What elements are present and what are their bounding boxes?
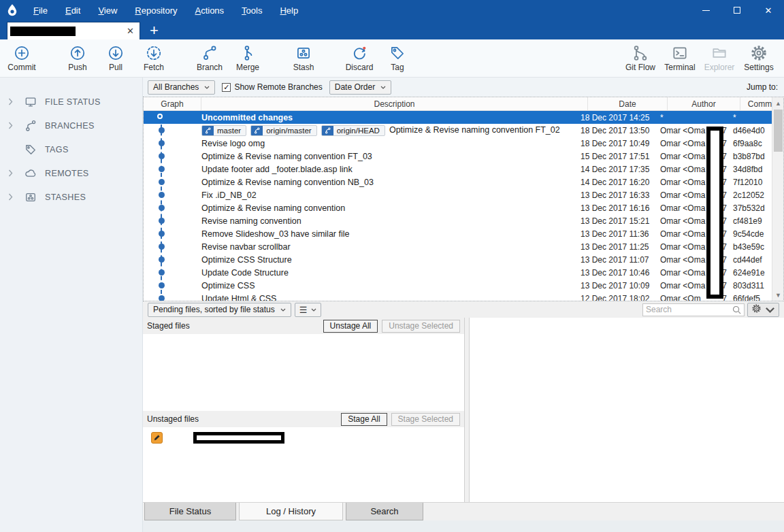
pending-files-bar: Pending files, sorted by file status ☰ — [143, 301, 784, 318]
chevron-right-icon[interactable] — [8, 122, 19, 129]
sidebar-item-branches[interactable]: BRANCHES — [0, 114, 142, 137]
column-header-description[interactable]: Description — [201, 97, 588, 110]
commit-row[interactable]: Update Code Structure13 Dec 2017 10:46Om… — [144, 266, 772, 279]
commit-row[interactable]: Optimize CSS13 Dec 2017 10:09Omar <Oma78… — [144, 279, 772, 292]
description-cell: Revise naming convention — [201, 216, 576, 226]
pending-sort-dropdown[interactable]: Pending files, sorted by file status — [148, 303, 291, 317]
sidebar-item-stashes[interactable]: STASHES — [0, 185, 142, 209]
branch-filter-dropdown[interactable]: All Branches — [148, 80, 215, 95]
commit-row[interactable]: Revise logo omg18 Dec 2017 10:49Omar <Om… — [144, 137, 772, 150]
commit-row[interactable]: Revise naming convention13 Dec 2017 15:2… — [144, 214, 772, 227]
window-controls: ✕ — [690, 0, 784, 20]
new-tab-button[interactable]: + — [150, 24, 159, 37]
tab-log-history[interactable]: Log / History — [239, 503, 343, 520]
merge-icon — [239, 44, 257, 62]
staged-files-list[interactable] — [143, 334, 464, 411]
log-scrollbar[interactable]: ▲ ▼ — [772, 97, 783, 301]
menu-item-help[interactable]: Help — [272, 3, 306, 18]
commit-row[interactable]: Revise navbar scrollbar13 Dec 2017 11:25… — [144, 240, 772, 253]
repo-tab[interactable]: ✕ — [7, 22, 140, 39]
commit-message: Optimize CSS — [201, 281, 255, 290]
tab-search[interactable]: Search — [346, 503, 423, 520]
minimize-icon[interactable] — [690, 0, 721, 20]
commit-node-icon — [159, 179, 165, 185]
sidebar-item-label: REMOTES — [45, 169, 89, 178]
date-cell: 18 Dec 2017 13:50 — [576, 126, 656, 135]
commit-row[interactable]: Update Html & CSS12 Dec 2017 18:02Omar <… — [144, 292, 772, 301]
branch-badge-origin-master[interactable]: origin/master — [250, 125, 316, 136]
description-cell: Fix .iD_NB_02 — [201, 190, 576, 200]
author-prefix: Omar <Oma — [660, 268, 705, 278]
stage-all-button[interactable]: Stage All — [341, 413, 387, 426]
menu-item-view[interactable]: View — [91, 3, 125, 18]
graph-cell — [144, 188, 201, 201]
toolbar-button-discard[interactable]: Discard — [340, 42, 378, 74]
description-cell: Revise navbar scrollbar — [201, 242, 576, 252]
tab-file-status[interactable]: File Status — [144, 503, 236, 520]
toolbar-button-merge[interactable]: Merge — [229, 42, 267, 74]
chevron-right-icon[interactable] — [8, 193, 19, 201]
menu-item-file[interactable]: File — [26, 3, 55, 18]
toolbar-button-settings[interactable]: Settings — [739, 42, 779, 74]
commit-row[interactable]: Fix .iD_NB_0213 Dec 2017 16:33Omar <Oma7… — [144, 188, 772, 201]
toolbar-button-label: Explorer — [704, 63, 735, 72]
toolbar-button-branch[interactable]: Branch — [191, 42, 229, 74]
checkbox-checked-icon[interactable]: ✓ — [222, 83, 231, 92]
scroll-down-icon[interactable]: ▼ — [772, 289, 784, 301]
search-input[interactable] — [646, 305, 732, 314]
menu-item-edit[interactable]: Edit — [58, 3, 88, 18]
view-mode-dropdown[interactable]: ☰ — [295, 303, 322, 317]
commit-row[interactable]: Uncommitted changes18 Dec 2017 14:25** — [144, 111, 772, 124]
commit-message: Uncommitted changes — [201, 113, 293, 122]
commit-row[interactable]: Remove Slideshow_03 have similar file13 … — [144, 227, 772, 240]
toolbar-button-pull[interactable]: Pull — [97, 42, 135, 74]
chevron-right-icon[interactable] — [8, 98, 19, 105]
scrollbar-thumb[interactable] — [774, 110, 783, 152]
commit-row[interactable]: Optimize & Revise naming convention FT_0… — [144, 150, 772, 163]
commit-hash-cell: b43e59c — [729, 242, 772, 252]
file-panes: Staged files Unstage All Unstage Selecte… — [143, 318, 784, 502]
redacted-file-name — [193, 432, 284, 444]
graph-cell — [144, 176, 201, 188]
branch-badge-origin-HEAD[interactable]: origin/HEAD — [321, 125, 385, 136]
toolbar-button-push[interactable]: Push — [59, 42, 97, 74]
unstage-all-button[interactable]: Unstage All — [323, 320, 378, 333]
file-options-dropdown[interactable] — [747, 303, 779, 317]
toolbar-button-stash[interactable]: Stash — [284, 42, 323, 74]
column-header-author[interactable]: Author — [668, 97, 740, 110]
sidebar-item-tags[interactable]: TAGS — [0, 137, 142, 161]
unstaged-files-list[interactable] — [143, 427, 464, 502]
scroll-up-icon[interactable]: ▲ — [772, 97, 784, 109]
commit-message: Optimize & Revise naming convention FT_0… — [389, 125, 560, 135]
toolbar-button-git-flow[interactable]: Git Flow — [621, 42, 660, 74]
chevron-down-icon — [280, 308, 286, 312]
menu-item-tools[interactable]: Tools — [234, 3, 270, 18]
date-cell: 13 Dec 2017 11:36 — [576, 229, 656, 239]
commit-row[interactable]: Optimize CSS Structure13 Dec 2017 11:07O… — [144, 253, 772, 266]
chevron-down-icon — [765, 305, 775, 315]
author-prefix: Omar <Oma — [660, 178, 705, 187]
commit-message: Optimize CSS Structure — [201, 255, 292, 265]
toolbar-button-fetch[interactable]: Fetch — [135, 42, 173, 74]
sidebar-item-file-status[interactable]: FILE STATUS — [0, 90, 142, 114]
menu-item-repository[interactable]: Repository — [127, 3, 184, 18]
chevron-right-icon[interactable] — [8, 169, 19, 177]
maximize-icon[interactable] — [721, 0, 753, 20]
toolbar-button-terminal[interactable]: Terminal — [660, 42, 700, 74]
close-icon[interactable]: ✕ — [753, 0, 784, 20]
sidebar-item-remotes[interactable]: REMOTES — [0, 161, 142, 185]
menu-item-actions[interactable]: Actions — [187, 3, 231, 18]
commit-row[interactable]: Optimize & Revise naming convention13 De… — [144, 201, 772, 214]
show-remote-branches-checkbox[interactable]: ✓ Show Remote Branches — [222, 82, 322, 92]
commit-row[interactable]: Optimize & Revise naming convention NB_0… — [144, 176, 772, 188]
commit-row[interactable]: masterorigin/masterorigin/HEADOptimize &… — [144, 124, 772, 137]
column-header-date[interactable]: Date — [588, 97, 668, 110]
order-filter-dropdown[interactable]: Date Order — [329, 80, 391, 95]
commit-row[interactable]: Update footer add _footer.blade.asp link… — [144, 163, 772, 176]
close-tab-icon[interactable]: ✕ — [127, 26, 134, 36]
toolbar-button-tag[interactable]: Tag — [378, 42, 416, 74]
column-header-graph[interactable]: Graph — [144, 97, 201, 110]
unstaged-file-row[interactable] — [143, 430, 284, 445]
branch-badge-master[interactable]: master — [201, 125, 246, 136]
toolbar-button-commit[interactable]: Commit — [3, 42, 41, 74]
